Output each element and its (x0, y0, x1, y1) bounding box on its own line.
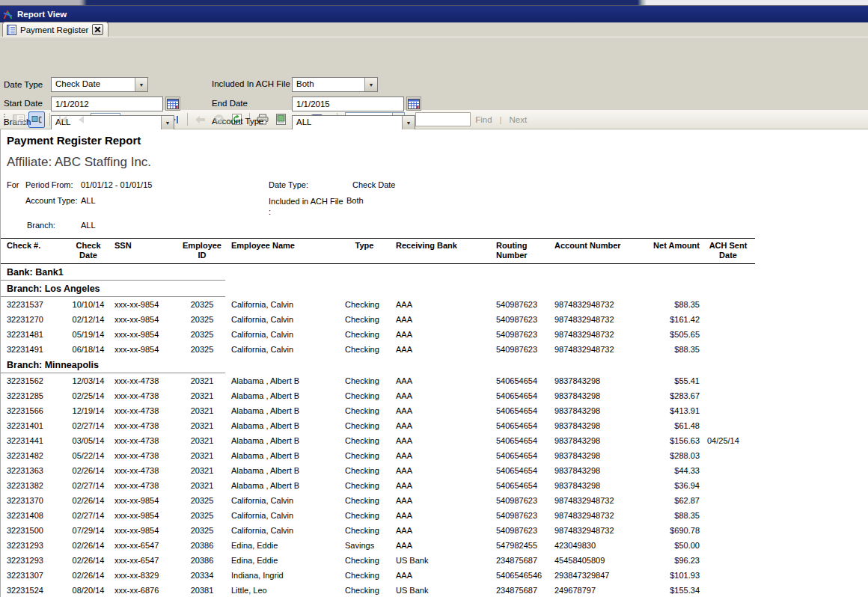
cell-ach (701, 403, 755, 418)
end-date-input[interactable] (292, 97, 404, 111)
end-date-label: End Date (212, 99, 248, 108)
cell-ssn: xxx-xx-4738 (110, 388, 179, 403)
param-date-type-label: Date Type: (269, 180, 308, 189)
cell-type: Checking (339, 312, 390, 327)
cell-bank: AAA (390, 463, 490, 478)
cell-bank: AAA (390, 523, 490, 538)
cell-net: $288.03 (631, 448, 701, 463)
find-input[interactable] (415, 112, 471, 126)
find-next-link[interactable]: Next (510, 115, 528, 124)
cell-check: 32231491 (1, 342, 67, 357)
cell-routing: 540987623 (490, 508, 548, 523)
cell-bank: AAA (390, 388, 490, 403)
document-map-button[interactable] (10, 111, 27, 128)
param-ach-value: Both (346, 196, 364, 205)
chevron-down-icon[interactable]: ▼ (364, 78, 377, 91)
table-row: 3223140102/27/14xxx-xx-473820321Alabama … (1, 418, 755, 433)
cell-routing: 540654654 (490, 463, 548, 478)
cell-ssn: xxx-xx-4738 (110, 418, 179, 433)
cell-routing: 540987623 (490, 493, 548, 508)
cell-date: 12/19/14 (67, 403, 110, 418)
tab-payment-register[interactable]: Payment Register (2, 22, 109, 37)
end-date-calendar-button[interactable] (406, 97, 421, 111)
column-header-emp: Employee ID (179, 239, 225, 264)
cell-ach (701, 478, 755, 493)
param-period-label: Period From: (25, 180, 73, 189)
date-type-label: Date Type (4, 80, 43, 89)
cell-net: $283.67 (631, 388, 701, 403)
cell-ssn: xxx-xx-4738 (110, 403, 179, 418)
cell-type: Checking (339, 478, 390, 493)
tab-close-button[interactable] (92, 24, 103, 35)
cell-date: 06/18/14 (67, 342, 110, 357)
cell-account: 45458405809 (548, 553, 631, 568)
cell-date: 02/26/14 (67, 463, 110, 478)
cell-date: 02/27/14 (67, 508, 110, 523)
start-date-calendar-button[interactable] (165, 97, 180, 111)
cell-date: 05/19/14 (67, 327, 110, 342)
cell-net: $161.42 (631, 312, 701, 327)
cell-ach (701, 568, 755, 583)
cell-date: 02/25/14 (67, 388, 110, 403)
cell-type: Checking (339, 297, 390, 312)
previous-page-button[interactable] (73, 111, 89, 128)
cell-name: Alabama , Albert B (225, 373, 339, 388)
first-page-button[interactable] (55, 111, 71, 128)
cell-net: $61.48 (631, 418, 701, 433)
cell-emp: 20386 (179, 538, 225, 553)
cell-routing: 540987623 (490, 342, 548, 357)
date-type-select[interactable]: Check Date ▼ (51, 77, 148, 92)
chevron-down-icon[interactable]: ▼ (135, 78, 147, 91)
cell-name: California, Calvin (225, 297, 339, 312)
back-button[interactable] (192, 111, 209, 128)
cell-name: Alabama , Albert B (225, 463, 339, 478)
cell-name: Alabama , Albert B (225, 478, 339, 493)
cell-ssn: xxx-xx-4738 (110, 373, 179, 388)
cell-account: 9874832948732 (548, 327, 631, 342)
cell-account: 9837843298 (548, 403, 631, 418)
stop-button[interactable] (210, 111, 227, 128)
cell-ssn: xxx-xx-6547 (110, 538, 179, 553)
find-link[interactable]: Find (475, 115, 492, 124)
column-header-check: Check #. (1, 239, 67, 264)
cell-account: 9837843298 (548, 463, 631, 478)
column-header-ach: ACH Sent Date (701, 239, 755, 264)
cell-net: $88.35 (631, 297, 701, 312)
print-layout-button[interactable] (272, 111, 289, 128)
chevron-down-icon[interactable]: ▼ (161, 116, 174, 129)
chevron-down-icon[interactable]: ▼ (402, 116, 415, 129)
cell-date: 05/22/14 (67, 448, 110, 463)
cell-date: 12/03/14 (67, 373, 110, 388)
cell-ach (701, 448, 755, 463)
ach-file-select[interactable]: Both ▼ (292, 77, 378, 92)
cell-routing: 540987623 (490, 297, 548, 312)
cell-ach (701, 297, 755, 312)
cell-bank: US Bank (390, 553, 490, 568)
report-canvas: Payment Register Report Affiliate: ABC S… (0, 129, 868, 597)
cell-name: Alabama , Albert B (225, 388, 339, 403)
cell-check: 32231382 (1, 478, 67, 493)
account-type-select[interactable]: ALL ▼ (292, 115, 415, 130)
cell-net: $50.00 (631, 538, 701, 553)
cell-ssn: xxx-xx-6876 (110, 583, 179, 597)
cell-check: 32231537 (1, 297, 67, 312)
branch-group-row: Branch: Los Angeles (1, 281, 755, 297)
cell-net: $505.65 (631, 327, 701, 342)
cell-net: $44.33 (631, 463, 701, 478)
cell-bank: AAA (390, 327, 490, 342)
cell-name: Little, Leo (225, 583, 339, 597)
cell-ach (701, 312, 755, 327)
account-type-value: ALL (293, 116, 402, 129)
cell-net: $101.93 (631, 568, 701, 583)
cell-type: Checking (339, 448, 390, 463)
cell-date: 03/05/14 (67, 433, 110, 448)
cell-account: 9874832948732 (548, 508, 631, 523)
param-for-label: For (7, 180, 19, 189)
param-period-value: 01/01/12 - 01/01/15 (81, 180, 152, 189)
cell-emp: 20321 (179, 373, 225, 388)
bank-group-label: Bank: Bank1 (1, 264, 225, 281)
start-date-input[interactable] (51, 97, 163, 111)
column-header-ssn: SSN (110, 239, 179, 264)
cell-routing: 540654654 (490, 433, 548, 448)
cell-bank: US Bank (390, 583, 490, 597)
